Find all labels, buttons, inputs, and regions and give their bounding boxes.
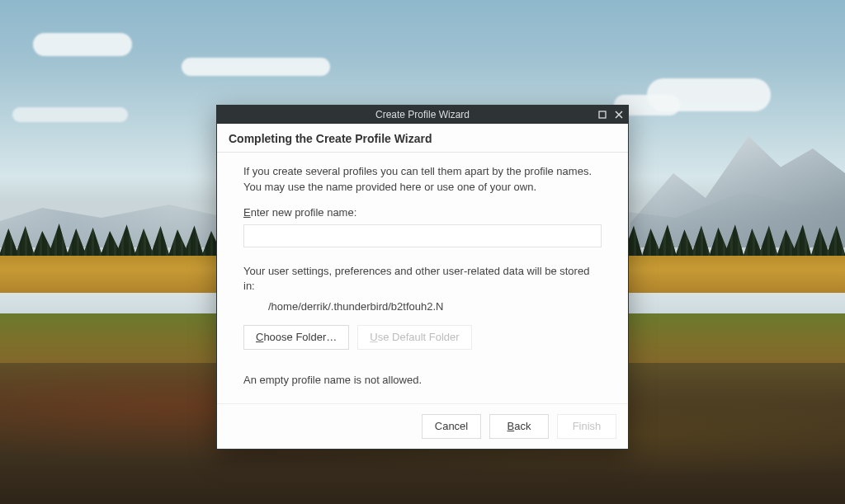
choose-folder-button[interactable]: Choose Folder… [243, 325, 349, 350]
cancel-button[interactable]: Cancel [422, 414, 481, 439]
cloud-decoration [33, 33, 132, 56]
desktop-wallpaper: Create Profile Wizard Completing the Cre… [0, 0, 845, 504]
close-icon [615, 111, 623, 119]
intro-text: If you create several profiles you can t… [243, 164, 602, 195]
storage-intro: Your user settings, preferences and othe… [243, 264, 602, 295]
svg-rect-0 [599, 111, 606, 118]
use-default-folder-button: Use Default Folder [357, 325, 471, 350]
back-button[interactable]: Back [489, 414, 549, 439]
finish-button: Finish [557, 414, 616, 439]
validation-message: An empty profile name is not allowed. [243, 373, 602, 389]
window-titlebar[interactable]: Create Profile Wizard [217, 106, 628, 124]
cloud-decoration [182, 58, 330, 76]
create-profile-wizard-window: Create Profile Wizard Completing the Cre… [216, 105, 629, 450]
storage-path: /home/derrik/.thunderbird/b2tfouh2.N [243, 299, 602, 315]
cloud-decoration [12, 107, 128, 122]
close-button[interactable] [613, 109, 625, 120]
window-title: Create Profile Wizard [375, 109, 470, 120]
wizard-content: If you create several profiles you can t… [217, 153, 628, 403]
profile-name-label: Enter new profile name: [243, 205, 602, 221]
profile-name-input[interactable] [243, 224, 602, 247]
wizard-heading: Completing the Create Profile Wizard [217, 124, 628, 153]
wizard-footer: Cancel Back Finish [217, 403, 628, 449]
maximize-icon [598, 111, 607, 119]
maximize-button[interactable] [597, 109, 608, 120]
